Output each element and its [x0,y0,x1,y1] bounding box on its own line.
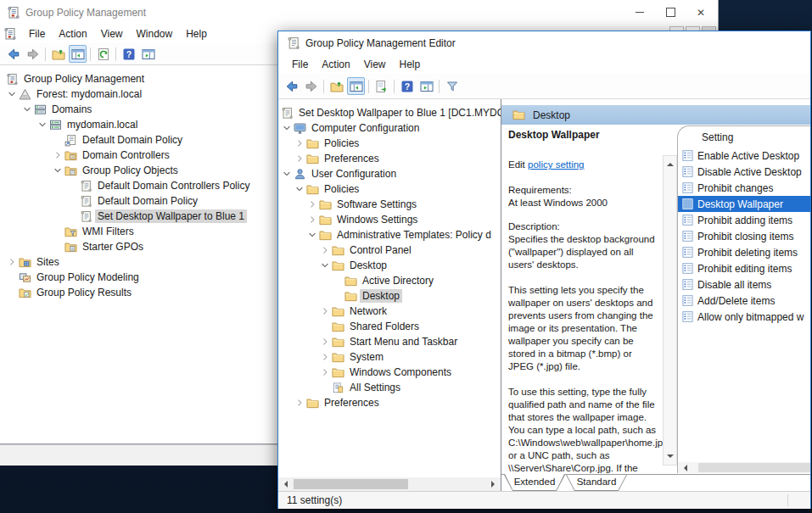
list-horizontal-scrollbar[interactable] [678,462,810,473]
chevron-down-icon[interactable] [37,119,48,131]
tree-item[interactable]: System [278,349,501,365]
maximize-button[interactable] [655,3,686,23]
folder-icon [331,259,344,272]
chevron-right-icon[interactable] [7,256,18,268]
help-icon[interactable]: ? [398,77,416,95]
scroll-left-icon[interactable] [680,465,687,471]
chevron-down-icon[interactable] [294,183,305,195]
filter-icon[interactable] [443,77,461,95]
menu-item-window[interactable]: Window [130,26,180,42]
tree-item[interactable]: Control Panel [278,243,501,258]
back-icon[interactable] [283,77,300,95]
tab-extended[interactable]: Extended [504,475,565,491]
scrollbar-thumb[interactable] [698,463,810,472]
scrollbar-thumb[interactable] [294,479,408,489]
tree-item[interactable]: Preferences [278,395,501,410]
menu-item-view[interactable]: View [94,26,130,42]
description-vertical-scrollbar[interactable] [663,155,677,466]
menu-item-help[interactable]: Help [179,26,214,42]
tree-item[interactable]: Set Desktop Wallpaper to Blue 1 [DC1.MYD… [278,105,501,120]
menu-item-view[interactable]: View [357,57,393,72]
gpm-title-bar[interactable]: Group Policy Management ✕ [0,0,718,25]
settings-list: Enable Active DesktopDisable Active Desk… [678,148,810,325]
settings-list-item[interactable]: Prohibit editing items [678,260,810,276]
tree-item[interactable]: Network [278,304,501,319]
refresh-icon[interactable] [94,45,112,63]
tree-horizontal-scrollbar[interactable] [278,477,501,491]
chevron-right-icon[interactable] [320,336,331,348]
settings-list-item[interactable]: Prohibit deleting items [678,244,810,260]
menu-item-help[interactable]: Help [393,57,428,72]
close-button[interactable]: ✕ [686,3,716,23]
chevron-right-icon[interactable] [320,305,331,317]
folder-up-icon[interactable] [49,45,67,63]
tree-item[interactable]: Administrative Templates: Policy d [278,227,501,243]
help-icon[interactable]: ? [120,45,137,63]
edit-policy-setting-link[interactable]: policy setting [528,159,584,170]
gpme-console-tree: Set Desktop Wallpaper to Blue 1 [DC1.MYD… [278,99,501,477]
tree-item[interactable]: Preferences [278,151,501,166]
settings-list-item[interactable]: Disable Active Desktop [678,164,810,180]
export-list-icon[interactable] [372,77,390,95]
chevron-down-icon[interactable] [320,259,331,271]
menu-item-action[interactable]: Action [315,57,356,72]
chevron-none [333,290,344,302]
settings-list-item[interactable]: Disable all items [678,276,810,293]
tree-item[interactable]: Active Directory [278,273,501,288]
chevron-down-icon[interactable] [22,103,33,115]
gpme-title-bar[interactable]: Group Policy Management Editor [278,31,810,55]
settings-list-item[interactable]: Prohibit adding items [678,212,810,228]
minimize-button[interactable] [624,3,655,23]
menu-item-action[interactable]: Action [52,26,93,42]
tree-item[interactable]: Desktop [278,288,501,304]
chevron-right-icon[interactable] [320,366,331,378]
settings-list-item[interactable]: Prohibit closing items [678,228,810,244]
tree-item[interactable]: Policies [278,136,501,151]
scroll-down-icon[interactable] [667,454,674,461]
menu-item-file[interactable]: File [285,57,315,72]
tree-item[interactable]: Windows Components [278,365,501,380]
settings-list-item[interactable]: Desktop Wallpaper [678,196,810,212]
tree-item[interactable]: Software Settings [278,197,501,212]
chevron-down-icon[interactable] [7,88,18,100]
tree-item[interactable]: Desktop [278,258,501,273]
tree-item[interactable]: Shared Folders [278,319,501,334]
show-console-tree-icon[interactable] [69,45,87,63]
tree-item[interactable]: All Settings [278,380,501,395]
back-icon[interactable] [4,45,22,63]
chevron-right-icon[interactable] [307,214,318,226]
chevron-down-icon[interactable] [307,229,318,241]
tree-item[interactable]: Windows Settings [278,212,501,227]
tree-item[interactable]: User Configuration [278,166,501,181]
show-action-pane-icon[interactable] [139,45,157,63]
show-action-pane-icon[interactable] [417,77,435,95]
folder-up-icon[interactable] [328,77,345,95]
chevron-right-icon[interactable] [294,153,305,164]
settings-list-item[interactable]: Add/Delete items [678,293,810,309]
chevron-right-icon[interactable] [294,137,305,149]
chevron-down-icon[interactable] [53,164,64,176]
chevron-right-icon[interactable] [294,397,305,409]
chevron-right-icon[interactable] [320,351,331,363]
settings-list-item[interactable]: Enable Active Desktop [678,148,810,164]
forward-icon[interactable] [302,77,320,95]
tree-item[interactable]: Policies [278,181,501,197]
chevron-down-icon[interactable] [282,168,293,180]
chevron-right-icon[interactable] [307,198,318,210]
settings-list-item-label: Allow only bitmapped w [697,311,804,323]
tree-item[interactable]: Start Menu and Taskbar [278,334,501,349]
tab-standard[interactable]: Standard [566,475,627,491]
scroll-up-icon[interactable] [667,159,674,166]
tree-item[interactable]: Computer Configuration [278,120,501,136]
settings-list-item[interactable]: Prohibit changes [678,180,810,196]
scroll-right-icon[interactable] [491,481,498,488]
show-console-tree-icon[interactable] [347,77,365,95]
settings-column-header[interactable]: Setting [678,126,810,148]
settings-list-item[interactable]: Allow only bitmapped w [678,309,810,325]
chevron-down-icon[interactable] [282,122,293,134]
menu-item-file[interactable]: File [22,26,52,42]
scroll-left-icon[interactable] [281,481,288,488]
chevron-right-icon[interactable] [53,149,64,161]
forward-icon[interactable] [24,45,42,63]
chevron-right-icon[interactable] [320,244,331,256]
